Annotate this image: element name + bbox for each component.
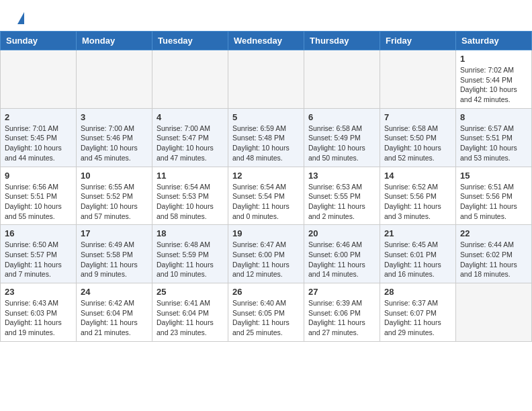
weekday-header-wednesday: Wednesday	[228, 32, 304, 50]
day-number: 8	[460, 112, 527, 122]
day-number: 26	[232, 287, 300, 297]
day-number: 9	[5, 171, 72, 181]
calendar-day-cell: 21Sunrise: 6:45 AM Sunset: 6:01 PM Dayli…	[380, 225, 456, 283]
day-info: Sunrise: 6:54 AM Sunset: 5:53 PM Dayligh…	[157, 182, 224, 222]
calendar-day-cell	[456, 283, 532, 342]
day-info: Sunrise: 6:44 AM Sunset: 6:02 PM Dayligh…	[460, 240, 527, 279]
calendar-day-cell: 24Sunrise: 6:42 AM Sunset: 6:04 PM Dayli…	[77, 283, 152, 342]
calendar-week-row: 9Sunrise: 6:56 AM Sunset: 5:51 PM Daylig…	[1, 167, 532, 225]
day-info: Sunrise: 7:02 AM Sunset: 5:44 PM Dayligh…	[460, 65, 527, 105]
day-number: 22	[460, 228, 527, 238]
day-info: Sunrise: 6:55 AM Sunset: 5:52 PM Dayligh…	[81, 182, 148, 222]
calendar-day-cell	[380, 50, 456, 109]
day-info: Sunrise: 6:56 AM Sunset: 5:51 PM Dayligh…	[5, 182, 72, 222]
calendar-day-cell: 6Sunrise: 6:58 AM Sunset: 5:49 PM Daylig…	[304, 108, 380, 167]
calendar-week-row: 2Sunrise: 7:01 AM Sunset: 5:45 PM Daylig…	[1, 108, 532, 167]
calendar-day-cell: 11Sunrise: 6:54 AM Sunset: 5:53 PM Dayli…	[152, 167, 228, 225]
calendar-day-cell: 28Sunrise: 6:37 AM Sunset: 6:07 PM Dayli…	[380, 283, 456, 342]
calendar-week-row: 23Sunrise: 6:43 AM Sunset: 6:03 PM Dayli…	[1, 283, 532, 342]
day-info: Sunrise: 6:50 AM Sunset: 5:57 PM Dayligh…	[5, 240, 72, 279]
day-number: 19	[232, 228, 300, 238]
calendar-day-cell: 19Sunrise: 6:47 AM Sunset: 6:00 PM Dayli…	[228, 225, 304, 283]
calendar-day-cell: 22Sunrise: 6:44 AM Sunset: 6:02 PM Dayli…	[456, 225, 532, 283]
calendar-day-cell: 27Sunrise: 6:39 AM Sunset: 6:06 PM Dayli…	[304, 283, 380, 342]
header	[0, 0, 532, 31]
day-number: 6	[308, 112, 375, 122]
weekday-header-friday: Friday	[380, 32, 456, 50]
day-info: Sunrise: 6:48 AM Sunset: 5:59 PM Dayligh…	[157, 240, 224, 279]
day-number: 13	[308, 171, 375, 181]
calendar-week-row: 16Sunrise: 6:50 AM Sunset: 5:57 PM Dayli…	[1, 225, 532, 283]
day-number: 1	[460, 54, 527, 64]
calendar-day-cell: 7Sunrise: 6:58 AM Sunset: 5:50 PM Daylig…	[380, 108, 456, 167]
calendar-day-cell	[1, 50, 77, 109]
day-info: Sunrise: 6:58 AM Sunset: 5:49 PM Dayligh…	[308, 124, 375, 163]
weekday-header-sunday: Sunday	[1, 32, 77, 50]
calendar-day-cell: 25Sunrise: 6:41 AM Sunset: 6:04 PM Dayli…	[152, 283, 228, 342]
day-number: 4	[157, 112, 224, 122]
calendar-day-cell	[152, 50, 228, 109]
day-number: 27	[308, 287, 375, 297]
logo-triangle-icon	[17, 12, 24, 24]
day-info: Sunrise: 7:00 AM Sunset: 5:46 PM Dayligh…	[81, 124, 148, 163]
calendar-day-cell: 2Sunrise: 7:01 AM Sunset: 5:45 PM Daylig…	[1, 108, 77, 167]
day-info: Sunrise: 6:47 AM Sunset: 6:00 PM Dayligh…	[232, 240, 300, 279]
calendar-day-cell: 16Sunrise: 6:50 AM Sunset: 5:57 PM Dayli…	[1, 225, 77, 283]
day-number: 12	[232, 171, 300, 181]
calendar-day-cell: 9Sunrise: 6:56 AM Sunset: 5:51 PM Daylig…	[1, 167, 77, 225]
calendar-day-cell: 10Sunrise: 6:55 AM Sunset: 5:52 PM Dayli…	[77, 167, 152, 225]
weekday-header-thursday: Thursday	[304, 32, 380, 50]
day-number: 14	[384, 171, 451, 181]
day-number: 16	[5, 228, 72, 238]
calendar-week-row: 1Sunrise: 7:02 AM Sunset: 5:44 PM Daylig…	[1, 50, 532, 109]
page: SundayMondayTuesdayWednesdayThursdayFrid…	[0, 0, 532, 342]
day-number: 5	[232, 112, 300, 122]
calendar-day-cell	[304, 50, 380, 109]
day-info: Sunrise: 6:46 AM Sunset: 6:00 PM Dayligh…	[308, 240, 375, 279]
weekday-header-monday: Monday	[77, 32, 152, 50]
calendar-day-cell: 1Sunrise: 7:02 AM Sunset: 5:44 PM Daylig…	[456, 50, 532, 109]
calendar-day-cell: 20Sunrise: 6:46 AM Sunset: 6:00 PM Dayli…	[304, 225, 380, 283]
calendar-day-cell: 3Sunrise: 7:00 AM Sunset: 5:46 PM Daylig…	[77, 108, 152, 167]
day-number: 18	[157, 228, 224, 238]
day-info: Sunrise: 6:51 AM Sunset: 5:56 PM Dayligh…	[460, 182, 527, 222]
day-info: Sunrise: 6:40 AM Sunset: 6:05 PM Dayligh…	[232, 298, 300, 338]
day-number: 20	[308, 228, 375, 238]
calendar-day-cell: 23Sunrise: 6:43 AM Sunset: 6:03 PM Dayli…	[1, 283, 77, 342]
day-number: 23	[5, 287, 72, 297]
day-info: Sunrise: 6:54 AM Sunset: 5:54 PM Dayligh…	[232, 182, 300, 222]
day-number: 3	[81, 112, 148, 122]
day-info: Sunrise: 6:43 AM Sunset: 6:03 PM Dayligh…	[5, 298, 72, 338]
calendar-day-cell: 26Sunrise: 6:40 AM Sunset: 6:05 PM Dayli…	[228, 283, 304, 342]
logo	[16, 12, 24, 26]
day-info: Sunrise: 6:52 AM Sunset: 5:56 PM Dayligh…	[384, 182, 451, 222]
day-info: Sunrise: 6:41 AM Sunset: 6:04 PM Dayligh…	[157, 298, 224, 338]
day-info: Sunrise: 6:45 AM Sunset: 6:01 PM Dayligh…	[384, 240, 451, 279]
day-number: 17	[81, 228, 148, 238]
calendar-day-cell	[228, 50, 304, 109]
day-info: Sunrise: 7:00 AM Sunset: 5:47 PM Dayligh…	[157, 124, 224, 163]
calendar-day-cell: 8Sunrise: 6:57 AM Sunset: 5:51 PM Daylig…	[456, 108, 532, 167]
calendar-day-cell: 4Sunrise: 7:00 AM Sunset: 5:47 PM Daylig…	[152, 108, 228, 167]
day-number: 2	[5, 112, 72, 122]
day-info: Sunrise: 6:49 AM Sunset: 5:58 PM Dayligh…	[81, 240, 148, 279]
day-number: 28	[384, 287, 451, 297]
calendar-table: SundayMondayTuesdayWednesdayThursdayFrid…	[0, 31, 532, 342]
calendar-day-cell: 17Sunrise: 6:49 AM Sunset: 5:58 PM Dayli…	[77, 225, 152, 283]
calendar-day-cell: 5Sunrise: 6:59 AM Sunset: 5:48 PM Daylig…	[228, 108, 304, 167]
calendar-day-cell: 14Sunrise: 6:52 AM Sunset: 5:56 PM Dayli…	[380, 167, 456, 225]
calendar-day-cell: 13Sunrise: 6:53 AM Sunset: 5:55 PM Dayli…	[304, 167, 380, 225]
calendar-day-cell	[77, 50, 152, 109]
day-info: Sunrise: 6:53 AM Sunset: 5:55 PM Dayligh…	[308, 182, 375, 222]
day-number: 10	[81, 171, 148, 181]
day-info: Sunrise: 6:37 AM Sunset: 6:07 PM Dayligh…	[384, 298, 451, 338]
day-number: 11	[157, 171, 224, 181]
day-number: 7	[384, 112, 451, 122]
day-number: 24	[81, 287, 148, 297]
day-number: 25	[157, 287, 224, 297]
day-info: Sunrise: 6:42 AM Sunset: 6:04 PM Dayligh…	[81, 298, 148, 338]
day-number: 21	[384, 228, 451, 238]
day-info: Sunrise: 7:01 AM Sunset: 5:45 PM Dayligh…	[5, 124, 72, 163]
day-info: Sunrise: 6:58 AM Sunset: 5:50 PM Dayligh…	[384, 124, 451, 163]
weekday-header-row: SundayMondayTuesdayWednesdayThursdayFrid…	[1, 32, 532, 50]
